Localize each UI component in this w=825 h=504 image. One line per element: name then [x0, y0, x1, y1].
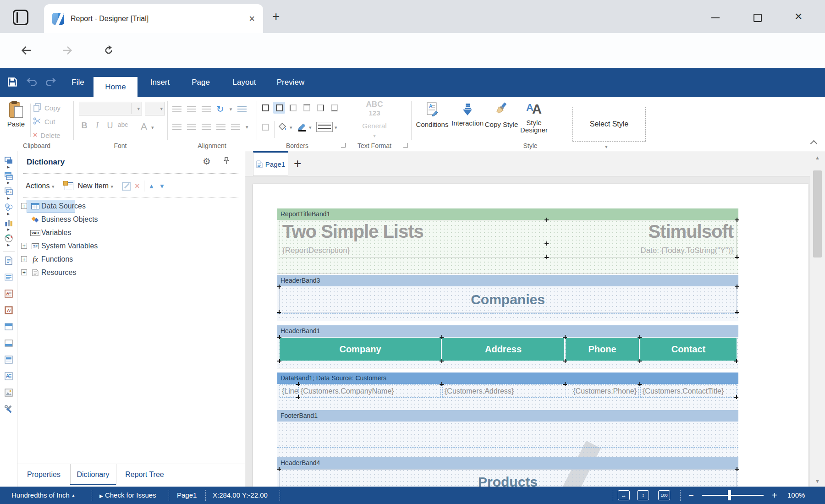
border-color-icon[interactable] — [297, 122, 307, 134]
italic-button[interactable]: I — [92, 121, 103, 131]
tab-report-tree[interactable]: Report Tree — [116, 464, 173, 485]
cut-button[interactable]: Cut — [33, 115, 55, 127]
ribbon-tab-file[interactable]: File — [64, 68, 92, 97]
back-icon[interactable] — [19, 44, 33, 57]
cell-contact-title[interactable]: {Customers.ContactTitle} — [640, 384, 737, 398]
border-style-dropdown-icon[interactable]: ▾ — [335, 125, 337, 131]
resize-handle[interactable] — [277, 359, 281, 363]
resize-handle[interactable] — [544, 218, 549, 222]
scroll-up-icon[interactable]: ▲ — [810, 155, 825, 160]
resize-handle[interactable] — [735, 467, 739, 471]
products-title[interactable]: Products — [279, 469, 737, 487]
border-left-button[interactable] — [287, 102, 299, 114]
forward-icon[interactable] — [60, 44, 74, 57]
text-component-icon[interactable]: A — [4, 306, 13, 317]
text-format-123[interactable]: 123 — [338, 109, 411, 117]
save-icon[interactable] — [6, 76, 18, 90]
band-header[interactable]: ReportTitleBand1 — [277, 208, 738, 220]
zoom-slider-track[interactable] — [702, 495, 764, 496]
actions-dropdown[interactable]: Actions ▾ — [26, 182, 54, 190]
units-dropdown[interactable]: Hundredths of Inch ▲ — [11, 487, 75, 504]
tab-properties[interactable]: Properties — [17, 464, 70, 485]
header-band4[interactable]: HeaderBand4 Products — [277, 457, 738, 487]
table-component-icon[interactable] — [4, 355, 13, 366]
ribbon-tab-home[interactable]: Home — [94, 77, 138, 97]
cell-line[interactable]: {Line} — [280, 384, 298, 398]
font-name-select[interactable]: ▾ — [79, 102, 142, 115]
border-all-button[interactable] — [259, 102, 271, 114]
select-style-button[interactable]: Select Style — [572, 107, 646, 142]
report-title-band[interactable]: ReportTitleBand1 Two Simple Lists Stimul… — [277, 208, 738, 274]
align-right-icon[interactable] — [202, 124, 211, 130]
collapse-ribbon-icon[interactable] — [810, 140, 818, 148]
resize-handle[interactable] — [638, 335, 642, 339]
fit-page-width-button[interactable]: ↔ — [618, 490, 630, 500]
conditions-button[interactable]: A Conditions — [415, 102, 450, 128]
interaction-button[interactable]: Interaction — [451, 102, 484, 127]
scroll-down-icon[interactable]: ▼ — [810, 478, 825, 484]
resize-handle[interactable] — [440, 359, 444, 363]
resize-handle[interactable] — [544, 241, 549, 246]
resize-handle[interactable] — [563, 382, 567, 386]
insert-components-button[interactable]: ▶ — [4, 187, 13, 200]
redo-icon[interactable] — [44, 76, 57, 90]
rich-text-component-icon[interactable]: A — [4, 289, 13, 300]
tree-item-resources[interactable]: + Resources — [17, 266, 245, 279]
band-header[interactable]: DataBand1; Data Source: Customers — [277, 373, 738, 384]
workspaces-icon[interactable] — [13, 10, 28, 25]
tree-item-data-sources[interactable]: + Data Sources — [17, 200, 245, 213]
expander-icon[interactable]: + — [21, 243, 27, 249]
status-page-label[interactable]: Page1 — [177, 487, 197, 504]
report-title-text[interactable]: Two Simple Lists — [280, 220, 547, 244]
copy-style-button[interactable]: Copy Style — [484, 102, 518, 128]
panel-top-component-icon[interactable] — [4, 322, 13, 333]
resize-handle[interactable] — [734, 395, 738, 399]
new-tab-button[interactable]: + — [272, 10, 280, 23]
resize-handle[interactable] — [563, 335, 567, 339]
insert-gauge-button[interactable]: ▶ — [4, 234, 13, 247]
border-all-selected-button[interactable] — [273, 102, 285, 114]
undo-icon[interactable] — [26, 76, 38, 90]
fit-page-height-button[interactable]: ↕ — [637, 490, 649, 500]
delete-button[interactable]: × Delete — [33, 129, 60, 141]
move-up-icon[interactable]: ▲ — [148, 182, 155, 190]
align-middle-icon[interactable] — [187, 106, 196, 112]
resize-handle[interactable] — [440, 335, 444, 339]
tree-item-variables[interactable]: VAR Variables — [17, 226, 245, 239]
tab-dictionary[interactable]: Dictionary — [70, 464, 116, 485]
tree-item-functions[interactable]: + fx Functions — [17, 253, 245, 266]
column-header-contact[interactable]: Contact — [640, 338, 737, 361]
page1-tab[interactable]: Page1 — [253, 151, 288, 176]
minimize-button[interactable] — [711, 17, 720, 18]
check-for-issues-button[interactable]: ▶ Check for Issues — [99, 487, 156, 504]
column-header-address[interactable]: Address — [442, 338, 564, 361]
zoom-slider-thumb[interactable] — [728, 490, 731, 500]
close-window-button[interactable]: × — [795, 10, 802, 23]
border-right-button[interactable] — [314, 102, 326, 114]
text-format-dropdown-icon[interactable]: ▾ — [338, 133, 411, 139]
insert-shapes-button[interactable]: ▶ — [4, 203, 13, 216]
scrollbar-thumb[interactable] — [813, 170, 822, 257]
text-in-cells-component-icon[interactable]: A — [4, 372, 13, 383]
font-color-button[interactable]: A — [138, 121, 149, 132]
report-date-text[interactable]: Date: {Today.ToString("Y")} — [547, 244, 737, 257]
resize-handle[interactable] — [277, 310, 281, 314]
resize-handle[interactable] — [277, 335, 281, 339]
border-none-button[interactable] — [259, 121, 271, 133]
insert-bands-button[interactable]: ▶ — [4, 156, 13, 169]
ribbon-tab-layout[interactable]: Layout — [226, 68, 263, 97]
resize-handle[interactable] — [735, 285, 739, 289]
cell-phone[interactable]: {Customers.Phone} — [566, 384, 639, 398]
resize-handle[interactable] — [296, 395, 300, 399]
panel-component-icon[interactable] — [4, 339, 13, 350]
copy-button[interactable]: Copy — [33, 102, 60, 114]
resize-handle[interactable] — [638, 382, 642, 386]
tab-close-icon[interactable]: × — [249, 14, 255, 24]
line-spacing-icon[interactable] — [231, 124, 240, 130]
font-color-dropdown-icon[interactable]: ▾ — [151, 125, 154, 131]
resize-handle[interactable] — [563, 359, 567, 363]
text-lines-component-icon[interactable] — [4, 273, 13, 284]
align-center-icon[interactable] — [187, 124, 196, 130]
image-component-icon[interactable] — [4, 388, 13, 399]
tools-icon[interactable] — [4, 405, 13, 416]
